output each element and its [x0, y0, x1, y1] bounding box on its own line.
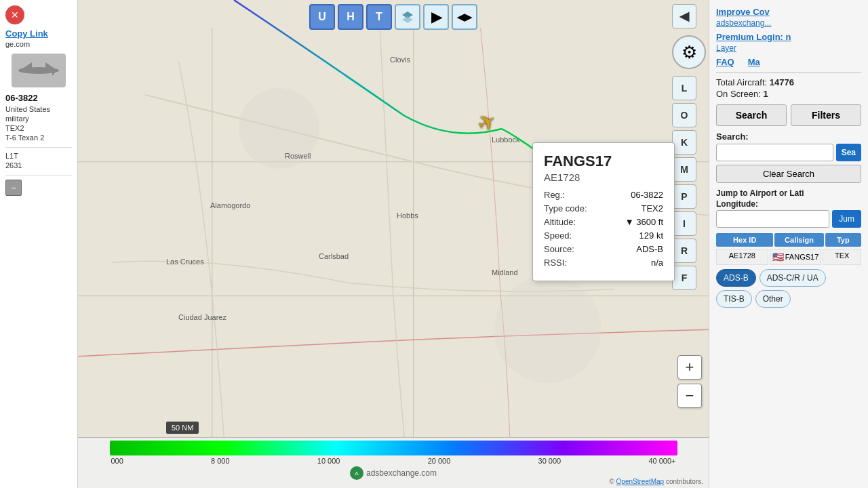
ma-link[interactable]: Ma [748, 57, 760, 67]
filter-buttons: ADS-B ADS-C/R / UA TIS-B Other [716, 269, 861, 308]
altitude-gradient [110, 441, 677, 455]
td-hex: AE1728 [716, 249, 768, 265]
color-bar: 000 8 000 10 000 20 000 30 000 40 000+ A… [78, 437, 709, 488]
jump-button[interactable]: Jum [832, 210, 861, 228]
back-btn[interactable]: ◀ [672, 4, 696, 28]
btn-layers[interactable] [395, 4, 420, 30]
altitude-labels: 000 8 000 10 000 20 000 30 000 40 000+ [110, 457, 677, 465]
premium-login-link[interactable]: Premium Login: n [716, 32, 861, 42]
osm-credit-text: © OpenStreetMap contributors. [609, 478, 703, 485]
popup-speed-row: Speed: 129 kt [544, 230, 663, 241]
zoom-out-button[interactable]: − [677, 384, 702, 408]
zoom-indicator: 50 NM [166, 422, 199, 434]
th-type: Typ [825, 233, 861, 247]
svg-marker-1 [22, 62, 32, 70]
adsb-link[interactable]: adsbexchang... [716, 18, 861, 28]
on-screen-row: On Screen: 1 [716, 89, 861, 99]
longitude-label: Longitude: [716, 199, 861, 209]
jump-row: Jum [716, 210, 861, 228]
btn-arrows[interactable]: ◀▶ [452, 4, 477, 30]
aircraft-airport: L1T [5, 152, 72, 160]
osm-credit: © OpenStreetMap contributors. [609, 478, 703, 485]
side-nav: ◀ ⚙ L O K M P I R F [669, 0, 709, 294]
search-button[interactable]: Search [716, 104, 787, 126]
popup-source-label: Source: [544, 244, 574, 254]
filter-adsc[interactable]: ADS-C/R / UA [760, 269, 826, 287]
popup-reg-label: Reg.: [544, 190, 565, 200]
aircraft-category: military [5, 115, 72, 123]
popup-reg-row: Reg.: 06-3822 [544, 190, 663, 200]
td-callsign: 🇺🇸 FANGS17 [770, 249, 822, 265]
popup-type-label: Type code: [544, 203, 587, 214]
side-btn-r[interactable]: R [672, 239, 696, 263]
alt-label-0: 000 [111, 457, 123, 465]
adsb-logo: A [350, 466, 363, 480]
btn-t[interactable]: T [366, 4, 392, 30]
right-panel: Improve Cov adsbexchang... Premium Login… [709, 0, 868, 488]
svg-point-11 [494, 276, 601, 383]
aircraft-squawk: 2631 [5, 161, 72, 169]
filter-adsb[interactable]: ADS-B [716, 269, 756, 287]
adsb-credit-text: adsbexchange.com [366, 468, 437, 478]
aircraft-type-code: TEX2 [5, 124, 72, 132]
popup-rssi-val: n/a [651, 258, 663, 268]
svg-marker-2 [45, 62, 56, 70]
popup-callsign: FANGS17 [544, 152, 663, 170]
btn-u[interactable]: U [309, 4, 335, 30]
svg-point-4 [33, 68, 44, 73]
popup-speed-val: 129 kt [639, 230, 663, 241]
right-divider-1 [716, 73, 861, 73]
side-btn-i[interactable]: I [672, 211, 696, 236]
faq-link[interactable]: FAQ [716, 57, 734, 67]
gear-btn[interactable]: ⚙ [672, 35, 706, 69]
alt-label-10000: 10 000 [317, 457, 340, 465]
popup-alt-label: Altitude: [544, 217, 576, 227]
filters-button[interactable]: Filters [791, 104, 861, 126]
layer-link[interactable]: Layer [716, 43, 861, 53]
minimize-button[interactable]: − [5, 180, 22, 196]
btn-h[interactable]: H [338, 4, 363, 30]
map-toolbar: U H T ▶ ◀▶ [309, 4, 477, 30]
side-btn-o[interactable]: O [672, 103, 696, 127]
filter-other[interactable]: Other [755, 290, 791, 308]
aircraft-country: United States [5, 105, 72, 113]
left-sidebar: ✕ Copy Link ge.com 06-3822 United States… [0, 0, 78, 488]
svg-marker-13 [402, 16, 413, 23]
popup-speed-label: Speed: [544, 230, 572, 241]
side-btn-m[interactable]: M [672, 157, 696, 182]
td-callsign-text: FANGS17 [785, 253, 819, 261]
jump-input[interactable] [716, 210, 829, 228]
svg-point-10 [239, 88, 319, 169]
zoom-in-button[interactable]: + [677, 355, 702, 380]
popup-reg-val: 06-3822 [631, 190, 663, 200]
popup-type-val: TEX2 [641, 203, 663, 214]
site-url: ge.com [5, 40, 72, 48]
side-btn-k[interactable]: K [672, 130, 696, 155]
sidebar-divider-2 [5, 175, 72, 176]
search-section-label: Search: [716, 131, 861, 142]
th-callsign: Callsign [774, 233, 823, 247]
flag-icon: 🇺🇸 [772, 251, 784, 262]
search-input[interactable] [716, 144, 833, 161]
on-screen-val: 1 [763, 89, 768, 99]
aircraft-reg: 06-3822 [5, 93, 72, 103]
sidebar-divider [5, 147, 72, 148]
popup-rssi-row: RSSI: n/a [544, 258, 663, 268]
search-action-button[interactable]: Sea [836, 144, 861, 161]
close-button[interactable]: ✕ [5, 5, 24, 24]
side-btn-p[interactable]: P [672, 184, 696, 209]
copy-link[interactable]: Copy Link [5, 28, 72, 39]
total-aircraft-row: Total Aircraft: 14776 [716, 77, 861, 87]
aircraft-popup: FANGS17 AE1728 Reg.: 06-3822 Type code: … [532, 142, 675, 281]
side-btn-f[interactable]: F [672, 266, 696, 290]
total-aircraft-label: Total Aircraft: [716, 77, 767, 87]
improve-coverage-link[interactable]: Improve Cov [716, 7, 861, 17]
table-row[interactable]: AE1728 🇺🇸 FANGS17 TEX [716, 249, 861, 265]
clear-search-button[interactable]: Clear Search [716, 165, 861, 183]
side-btn-l[interactable]: L [672, 76, 696, 100]
osm-link[interactable]: OpenStreetMap [616, 478, 665, 485]
popup-alt-val: ▼ 3600 ft [625, 217, 663, 227]
btn-next[interactable]: ▶ [423, 4, 449, 30]
aircraft-type-name: T-6 Texan 2 [5, 134, 72, 142]
filter-tisb[interactable]: TIS-B [716, 290, 752, 308]
